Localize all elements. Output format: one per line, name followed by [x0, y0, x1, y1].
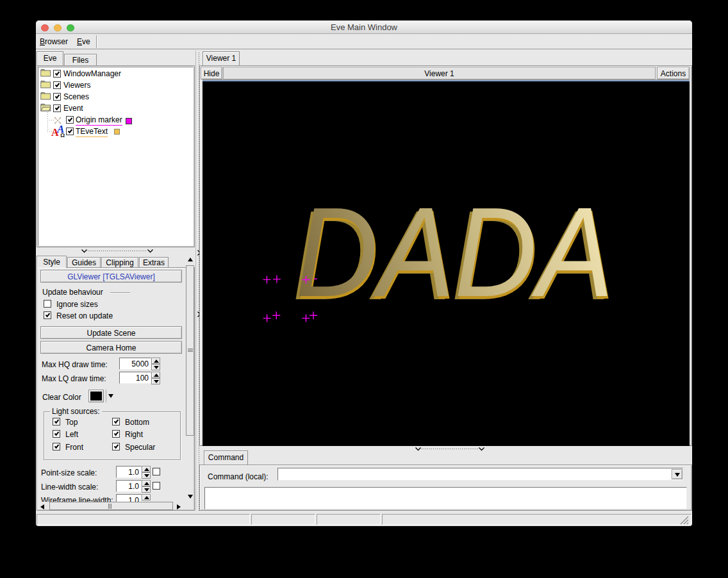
svg-text:DADA: DADA — [295, 181, 613, 323]
